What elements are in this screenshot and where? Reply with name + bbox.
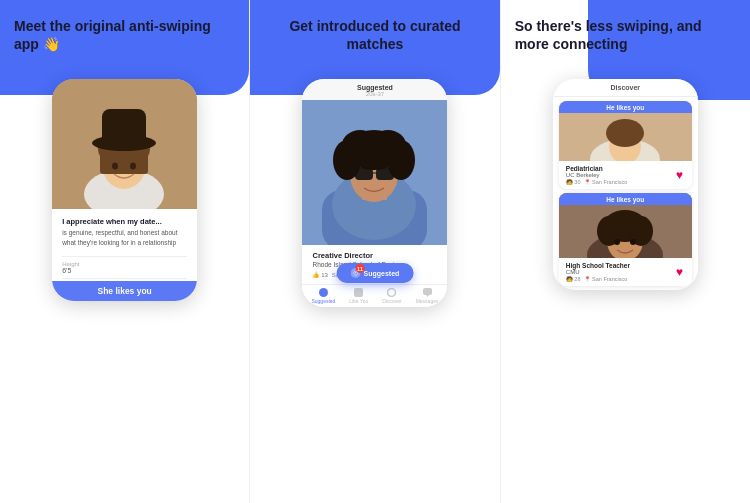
card-1-age: 30 (574, 179, 580, 185)
nav-suggested-label: Suggested (311, 298, 335, 304)
card-2-city: San Francisco (592, 276, 627, 282)
svg-point-10 (130, 163, 136, 170)
nav-messages-label: Messages (416, 298, 439, 304)
quote-sub: is genuine, respectful, and honest about… (62, 228, 187, 248)
likes-count: 👍 13 (312, 271, 327, 278)
card-2-age: 28 (574, 276, 580, 282)
nav-likeyou[interactable]: Like You (349, 288, 368, 304)
card-1-title: Pediatrician (566, 165, 627, 172)
phone-3: Discover He likes you (553, 79, 698, 290)
card-2-photo: He likes you (559, 193, 692, 258)
fab-icon: ♡ 11 (351, 268, 361, 278)
panel-2: Get introduced to curated matches Sugges… (250, 0, 500, 503)
card-2-school: CMU (566, 269, 630, 275)
nav-discover-label: Discover (382, 298, 401, 304)
svg-rect-29 (423, 288, 432, 295)
card-2-meta: 🧑 28 📍 San Francisco (566, 276, 630, 282)
panel-1: Meet the original anti-swiping app 👋 (0, 0, 250, 503)
nav-bar-2: Suggested Like You Discover Messages (302, 284, 447, 307)
svg-rect-27 (354, 288, 363, 297)
nav-messages[interactable]: Messages (416, 288, 439, 304)
svg-rect-8 (102, 109, 146, 145)
profile-job: Creative Director (312, 251, 437, 260)
svg-point-9 (112, 163, 118, 170)
phone-2: Suggested 20s-37 (302, 79, 447, 307)
match-card-2: He likes you High School Teacher CMU 🧑 2… (559, 193, 692, 286)
match-card-1: He likes you Pediatrician UC Berkeley 🧑 … (559, 101, 692, 189)
card-1-city: San Francisco (592, 179, 627, 185)
card-1-info: Pediatrician UC Berkeley 🧑 30 📍 San Fran… (559, 161, 692, 189)
suggested-sub: 20s-37 (306, 91, 443, 97)
discover-bar: Discover (553, 79, 698, 97)
card-2-info: High School Teacher CMU 🧑 28 📍 San Franc… (559, 258, 692, 286)
heart-icon-1: ♥ (676, 168, 683, 182)
card-1-photo: He likes you (559, 101, 692, 161)
panel-2-title: Get introduced to curated matches (260, 18, 489, 53)
suggested-title: Suggested (306, 84, 443, 91)
svg-point-20 (370, 130, 406, 160)
profile-photo-2 (302, 100, 447, 245)
suggested-fab[interactable]: ♡ 11 Suggested (337, 263, 414, 283)
svg-point-42 (614, 239, 620, 245)
nav-likeyou-label: Like You (349, 298, 368, 304)
card-1-meta: 🧑 30 📍 San Francisco (566, 179, 627, 185)
quote-bold: I appreciate when my date... (62, 217, 187, 226)
suggested-header: Suggested 20s-37 (302, 79, 447, 100)
nav-suggested[interactable]: Suggested (311, 288, 335, 304)
svg-rect-6 (100, 149, 148, 174)
fab-label: Suggested (364, 270, 400, 277)
svg-point-26 (319, 288, 328, 297)
svg-point-43 (630, 239, 636, 245)
card-1-school: UC Berkeley (566, 172, 627, 178)
phone-1: She likes you I appreciate when my date.… (52, 79, 197, 301)
card-2-badge: He likes you (559, 193, 692, 205)
like-badge-1: She likes you (52, 281, 197, 301)
svg-rect-22 (376, 168, 394, 180)
card-1-badge: He likes you (559, 101, 692, 113)
discover-label: Discover (611, 84, 641, 91)
panel-3-title: So there's less swiping, and more connec… (511, 18, 740, 53)
svg-point-34 (606, 119, 644, 147)
card-2-title: High School Teacher (566, 262, 630, 269)
svg-point-28 (388, 289, 396, 297)
panel-1-title: Meet the original anti-swiping app 👋 (10, 18, 239, 53)
fab-badge: 11 (356, 264, 365, 273)
nav-discover[interactable]: Discover (382, 288, 401, 304)
profile-photo-1 (52, 79, 197, 209)
svg-rect-21 (355, 168, 373, 180)
field-height: Height 6'5 (62, 256, 187, 278)
heart-icon-2: ♥ (676, 265, 683, 279)
panel-3: So there's less swiping, and more connec… (501, 0, 750, 503)
height-value: 6'5 (62, 267, 187, 274)
